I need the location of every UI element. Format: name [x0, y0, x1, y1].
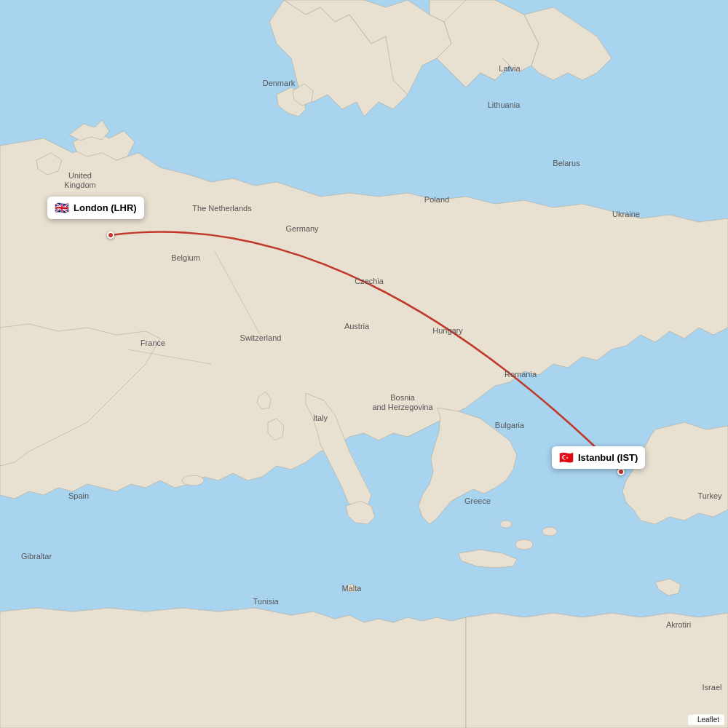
attribution-text: Leaflet [697, 716, 719, 724]
map-svg: United Kingdom Denmark Latvia Lithuania … [0, 0, 728, 728]
svg-text:Spain: Spain [68, 491, 89, 500]
svg-text:Bulgaria: Bulgaria [495, 421, 525, 430]
svg-text:Latvia: Latvia [499, 64, 521, 73]
svg-text:Kingdom: Kingdom [64, 181, 95, 189]
svg-text:United: United [68, 171, 92, 180]
svg-text:Ukraine: Ukraine [612, 210, 640, 218]
svg-text:Hungary: Hungary [432, 326, 463, 335]
svg-text:Austria: Austria [344, 322, 370, 331]
svg-text:Belgium: Belgium [171, 253, 200, 262]
istanbul-airport-dot [617, 468, 625, 475]
svg-text:Denmark: Denmark [263, 79, 296, 87]
london-label-text: London (LHR) [74, 202, 137, 213]
map-container: United Kingdom Denmark Latvia Lithuania … [0, 0, 728, 728]
istanbul-label-text: Istanbul (IST) [578, 452, 638, 463]
svg-point-14 [515, 539, 533, 550]
svg-point-15 [542, 527, 557, 536]
svg-text:Switzerland: Switzerland [240, 333, 282, 342]
london-airport-dot [107, 232, 114, 239]
svg-text:Malta: Malta [342, 584, 363, 593]
turkey-flag-icon: 🇹🇷 [559, 451, 574, 464]
svg-text:Poland: Poland [424, 195, 449, 204]
svg-text:Germany: Germany [285, 224, 319, 233]
svg-text:Turkey: Turkey [697, 491, 722, 500]
svg-text:France: France [141, 339, 165, 347]
svg-point-16 [500, 521, 512, 528]
svg-text:Bosnia: Bosnia [390, 393, 416, 402]
leaflet-attribution[interactable]: Leaflet [693, 714, 724, 725]
istanbul-airport-label[interactable]: 🇹🇷 Istanbul (IST) [552, 446, 645, 469]
svg-text:Italy: Italy [313, 414, 328, 422]
svg-text:The Netherlands: The Netherlands [192, 204, 252, 213]
svg-text:Romania: Romania [505, 370, 537, 379]
svg-text:Tunisia: Tunisia [253, 597, 279, 606]
svg-point-20 [182, 475, 204, 486]
london-airport-label[interactable]: 🇬🇧 London (LHR) [47, 197, 144, 219]
uk-flag-icon: 🇬🇧 [55, 201, 69, 215]
svg-text:Czechia: Czechia [355, 277, 384, 285]
svg-text:Belarus: Belarus [553, 159, 580, 167]
svg-text:Gibraltar: Gibraltar [21, 552, 52, 561]
svg-text:Akrotiri: Akrotiri [666, 620, 691, 629]
svg-text:Israel: Israel [703, 683, 722, 692]
svg-text:and Herzegovina: and Herzegovina [372, 403, 433, 411]
svg-text:Lithuania: Lithuania [488, 100, 521, 109]
svg-text:Greece: Greece [464, 496, 491, 505]
